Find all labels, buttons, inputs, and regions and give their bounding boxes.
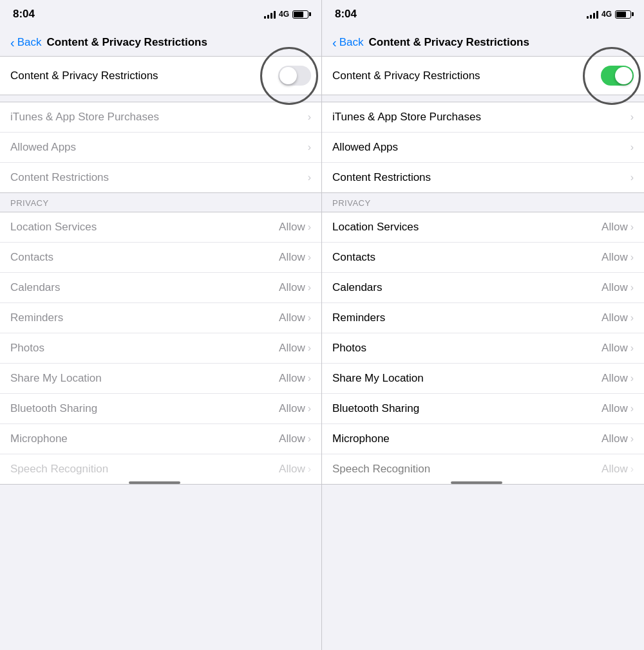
left-location-label: Location Services — [10, 221, 97, 234]
right-itunes-label: iTunes & App Store Purchases — [332, 111, 481, 124]
left-battery-icon — [292, 10, 308, 19]
left-row-allowed-apps[interactable]: Allowed Apps › — [0, 133, 321, 163]
left-itunes-chevron-icon: › — [308, 111, 311, 123]
right-share-location-label: Share My Location — [332, 372, 424, 385]
right-location-right: Allow › — [601, 221, 634, 234]
right-photos-allow: Allow — [601, 342, 628, 355]
left-bottom-bar — [129, 481, 180, 484]
left-row-location[interactable]: Location Services Allow › — [0, 212, 321, 243]
left-calendars-allow: Allow — [279, 281, 305, 294]
right-row-photos[interactable]: Photos Allow › — [322, 333, 644, 364]
left-status-bar: 8:04 4G — [0, 0, 321, 28]
left-allowed-apps-chevron-icon: › — [308, 142, 311, 153]
right-row-microphone[interactable]: Microphone Allow › — [322, 424, 644, 454]
left-reminders-chevron-icon: › — [308, 312, 311, 324]
left-bluetooth-allow: Allow — [279, 402, 305, 415]
right-status-bar: 8:04 4G — [322, 0, 644, 28]
right-bluetooth-label: Bluetooth Sharing — [332, 402, 419, 415]
right-share-location-chevron-icon: › — [630, 373, 634, 384]
right-row-allowed-apps[interactable]: Allowed Apps › — [322, 133, 644, 163]
right-contacts-allow: Allow — [601, 251, 628, 264]
left-toggle-knob — [279, 67, 297, 84]
right-toggle-section: Content & Privacy Restrictions — [322, 57, 644, 95]
left-content-restrictions-chevron-icon: › — [308, 172, 311, 183]
right-content-restrictions-right: › — [630, 172, 634, 183]
right-back-label: Back — [339, 36, 364, 49]
right-row-speech[interactable]: Speech Recognition Allow › — [322, 454, 644, 484]
left-itunes-right: › — [308, 111, 311, 123]
right-row-itunes[interactable]: iTunes & App Store Purchases › — [322, 102, 644, 133]
left-signal-icon — [264, 10, 276, 19]
right-privacy-group: Location Services Allow › Contacts Allow… — [322, 212, 644, 485]
right-row-bluetooth[interactable]: Bluetooth Sharing Allow › — [322, 394, 644, 424]
right-contacts-right: Allow › — [601, 251, 634, 264]
right-reminders-right: Allow › — [601, 311, 634, 324]
right-content-restrictions-chevron-icon: › — [630, 172, 634, 183]
left-row-photos[interactable]: Photos Allow › — [0, 333, 321, 364]
left-location-right: Allow › — [279, 221, 311, 234]
right-microphone-label: Microphone — [332, 432, 390, 445]
right-allowed-apps-chevron-icon: › — [630, 142, 634, 153]
left-share-location-chevron-icon: › — [308, 373, 311, 384]
left-bluetooth-label: Bluetooth Sharing — [10, 402, 97, 415]
left-row-calendars[interactable]: Calendars Allow › — [0, 273, 321, 303]
right-microphone-allow: Allow — [601, 432, 628, 445]
left-photos-chevron-icon: › — [308, 342, 311, 354]
right-toggle-switch[interactable] — [601, 66, 634, 86]
right-calendars-chevron-icon: › — [630, 282, 634, 293]
left-row-microphone[interactable]: Microphone Allow › — [0, 424, 321, 454]
right-calendars-right: Allow › — [601, 281, 634, 294]
left-toggle-section: Content & Privacy Restrictions — [0, 57, 321, 95]
right-speech-label: Speech Recognition — [332, 463, 430, 476]
left-row-speech[interactable]: Speech Recognition Allow › — [0, 454, 321, 484]
right-speech-right: Allow › — [601, 463, 634, 476]
right-contacts-label: Contacts — [332, 251, 375, 264]
left-back-label: Back — [17, 36, 42, 49]
right-itunes-right: › — [630, 111, 634, 123]
left-contacts-allow: Allow — [279, 251, 305, 264]
right-calendars-allow: Allow — [601, 281, 628, 294]
right-row-contacts[interactable]: Contacts Allow › — [322, 243, 644, 273]
left-content-restrictions-label: Content Restrictions — [10, 171, 109, 184]
left-row-reminders[interactable]: Reminders Allow › — [0, 303, 321, 333]
left-status-icons: 4G — [264, 10, 308, 19]
right-row-calendars[interactable]: Calendars Allow › — [322, 273, 644, 303]
left-row-itunes[interactable]: iTunes & App Store Purchases › — [0, 102, 321, 133]
right-bluetooth-chevron-icon: › — [630, 403, 634, 414]
left-row-contacts[interactable]: Contacts Allow › — [0, 243, 321, 273]
right-row-reminders[interactable]: Reminders Allow › — [322, 303, 644, 333]
right-share-location-allow: Allow — [601, 372, 628, 385]
right-bluetooth-allow: Allow — [601, 402, 628, 415]
left-photos-right: Allow › — [279, 342, 311, 355]
right-location-label: Location Services — [332, 221, 419, 234]
right-back-button[interactable]: ‹ Back — [332, 36, 363, 49]
left-calendars-chevron-icon: › — [308, 282, 311, 293]
left-back-button[interactable]: ‹ Back — [10, 36, 41, 49]
right-signal-icon — [587, 10, 598, 19]
left-privacy-group: Location Services Allow › Contacts Allow… — [0, 212, 321, 485]
right-row-share-location[interactable]: Share My Location Allow › — [322, 364, 644, 394]
right-photos-chevron-icon: › — [630, 342, 634, 354]
left-row-content-restrictions[interactable]: Content Restrictions › — [0, 163, 321, 192]
left-network-label: 4G — [279, 10, 289, 19]
right-status-time: 8:04 — [335, 8, 357, 21]
left-calendars-right: Allow › — [279, 281, 311, 294]
left-contacts-chevron-icon: › — [308, 252, 311, 263]
left-privacy-header: PRIVACY — [0, 193, 321, 212]
right-microphone-chevron-icon: › — [630, 433, 634, 445]
right-location-chevron-icon: › — [630, 221, 634, 233]
right-privacy-header: PRIVACY — [322, 193, 644, 212]
right-battery-icon — [615, 10, 631, 19]
right-row-content-restrictions[interactable]: Content Restrictions › — [322, 163, 644, 192]
left-row-share-location[interactable]: Share My Location Allow › — [0, 364, 321, 394]
right-row-location[interactable]: Location Services Allow › — [322, 212, 644, 243]
left-toggle-switch[interactable] — [278, 66, 311, 86]
right-menu-group: iTunes & App Store Purchases › Allowed A… — [322, 102, 644, 193]
left-contacts-label: Contacts — [10, 251, 53, 264]
left-microphone-allow: Allow — [279, 432, 305, 445]
left-photos-allow: Allow — [279, 342, 305, 355]
right-itunes-chevron-icon: › — [630, 111, 634, 123]
left-allowed-apps-label: Allowed Apps — [10, 141, 76, 154]
right-speech-allow: Allow — [601, 463, 628, 476]
left-row-bluetooth[interactable]: Bluetooth Sharing Allow › — [0, 394, 321, 424]
